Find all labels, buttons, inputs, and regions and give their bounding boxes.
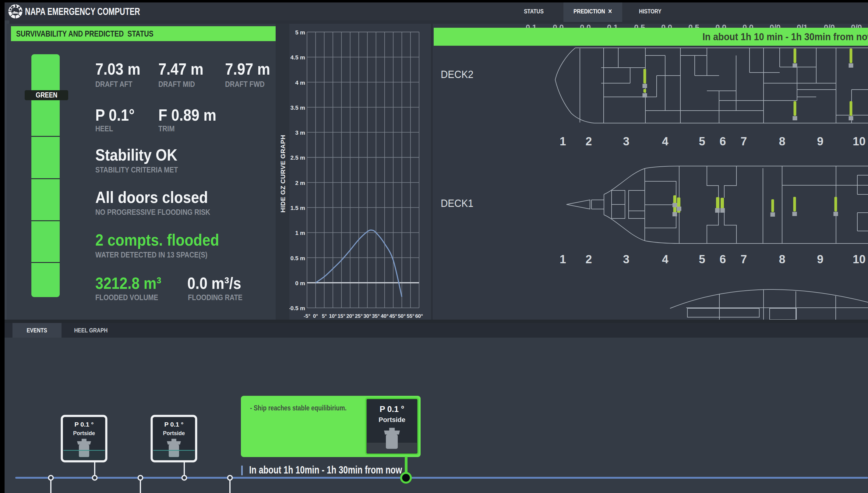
- svg-text:1: 1: [559, 135, 566, 148]
- svg-text:-0.5 m: -0.5 m: [289, 305, 305, 312]
- svg-text:9: 9: [817, 253, 823, 266]
- svg-text:2: 2: [585, 253, 592, 266]
- svg-text:5: 5: [699, 135, 705, 148]
- svg-text:In about 1h 10min - 1h 30min f: In about 1h 10min - 1h 30min from now: [249, 464, 402, 476]
- svg-text:10°: 10°: [329, 313, 337, 319]
- svg-text:Portside: Portside: [163, 430, 185, 436]
- svg-text:55°: 55°: [407, 313, 415, 319]
- svg-text:2: 2: [585, 135, 592, 148]
- svg-text:0°: 0°: [313, 313, 318, 319]
- svg-text:Portside: Portside: [73, 430, 95, 436]
- svg-text:3: 3: [623, 135, 629, 148]
- svg-text:8: 8: [779, 135, 785, 148]
- svg-text:3 m: 3 m: [295, 129, 305, 136]
- svg-text:6: 6: [719, 135, 726, 148]
- svg-text:7: 7: [740, 253, 747, 266]
- svg-text:30°: 30°: [363, 313, 371, 319]
- svg-text:0.5 m: 0.5 m: [290, 255, 305, 261]
- svg-text:4: 4: [662, 135, 668, 148]
- svg-text:45°: 45°: [389, 313, 397, 319]
- svg-text:1.5 m: 1.5 m: [290, 205, 305, 211]
- svg-text:4 m: 4 m: [295, 80, 305, 86]
- svg-text:40°: 40°: [381, 313, 388, 319]
- svg-text:- Ship reaches stable equilibi: - Ship reaches stable equilibirium.: [250, 404, 347, 412]
- svg-text:10: 10: [853, 253, 866, 266]
- svg-text:7: 7: [740, 135, 747, 148]
- svg-text:9: 9: [817, 135, 823, 148]
- svg-text:3: 3: [623, 253, 629, 266]
- svg-text:2.5 m: 2.5 m: [290, 154, 305, 161]
- svg-text:35°: 35°: [372, 313, 380, 319]
- svg-text:3.5 m: 3.5 m: [290, 105, 305, 111]
- svg-text:0 m: 0 m: [295, 280, 305, 286]
- svg-text:5°: 5°: [322, 313, 327, 319]
- svg-text:5: 5: [699, 253, 705, 266]
- svg-text:15°: 15°: [337, 313, 346, 319]
- svg-text:Portside: Portside: [379, 416, 405, 424]
- svg-text:6: 6: [719, 253, 726, 266]
- svg-text:P 0.1 °: P 0.1 °: [74, 421, 94, 428]
- svg-text:1: 1: [559, 253, 566, 266]
- svg-text:1 m: 1 m: [295, 230, 305, 236]
- svg-text:2 m: 2 m: [295, 180, 305, 186]
- svg-text:4: 4: [662, 253, 668, 266]
- svg-text:60°: 60°: [415, 313, 423, 319]
- svg-text:P 0.1 °: P 0.1 °: [380, 405, 404, 414]
- svg-text:5 m: 5 m: [295, 29, 305, 36]
- svg-text:P 0.1 °: P 0.1 °: [164, 421, 184, 428]
- svg-text:8: 8: [779, 253, 785, 266]
- svg-text:20°: 20°: [346, 313, 354, 319]
- svg-text:4.5 m: 4.5 m: [290, 54, 305, 61]
- svg-text:25°: 25°: [355, 313, 363, 319]
- svg-text:-5°: -5°: [304, 313, 310, 319]
- svg-text:10: 10: [853, 135, 866, 148]
- svg-text:50°: 50°: [398, 313, 406, 319]
